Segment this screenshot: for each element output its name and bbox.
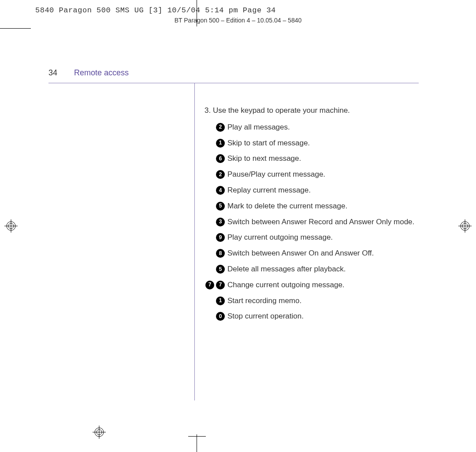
registration-mark-icon [4,219,18,233]
crop-mark [197,434,197,452]
keypad-instruction-text: Play all messages. [227,122,419,133]
crop-mark [188,436,206,437]
key-icons-group: 2 [214,122,225,132]
registration-mark-icon [93,426,106,439]
print-slug-header: 5840 Paragon 500 SMS UG [3] 10/5/04 5:14… [35,6,276,15]
keypad-instruction-text: Start recording memo. [227,296,419,306]
page-header: 34 Remote access [48,68,419,83]
keypad-instruction-row: 0Stop current operation. [205,311,419,322]
keypad-instruction-row: 77Change current outgoing message. [205,280,419,290]
keypad-instructions-list: 2Play all messages.1Skip to start of mes… [205,122,419,322]
keypad-instruction-row: 6Skip to next message. [205,153,419,164]
key-icons-group: 5 [214,201,225,211]
page-content: 34 Remote access 3. Use the keypad to op… [48,68,419,400]
keypad-instruction-row: 2Pause/Play current message. [205,169,419,180]
keypad-key-icon: 7 [216,281,225,289]
keypad-instruction-text: Stop current operation. [227,311,419,322]
key-icons-group: 1 [214,138,225,148]
keypad-key-icon: 1 [216,296,225,305]
keypad-key-icon: 5 [216,265,225,274]
key-icons-group: 1 [214,296,225,305]
registration-mark-icon [458,219,472,233]
keypad-instruction-text: Switch between Answer Record and Answer … [227,217,419,227]
keypad-instruction-text: Play current outgoing message. [227,232,419,243]
keypad-instruction-text: Change current outgoing message. [227,280,419,290]
key-icons-group: 77 [204,280,225,289]
keypad-instruction-row: 1Skip to start of message. [205,138,419,148]
keypad-instruction-text: Replay current message. [227,185,419,196]
content-columns: 3. Use the keypad to operate your machin… [48,83,419,400]
key-icons-group: 3 [214,217,225,226]
keypad-instruction-row: 3Switch between Answer Record and Answer… [205,217,419,227]
crop-mark [197,0,197,26]
section-title: Remote access [74,68,129,78]
keypad-instruction-text: Switch between Answer On and Answer Off. [227,248,419,259]
keypad-instruction-row: 8Switch between Answer On and Answer Off… [205,248,419,259]
keypad-instruction-text: Skip to next message. [227,153,419,164]
keypad-key-icon: 5 [216,202,225,211]
crop-mark [0,28,31,29]
keypad-key-icon: 7 [205,281,214,289]
keypad-key-icon: 9 [216,233,225,242]
key-icons-group: 5 [214,264,225,274]
keypad-instruction-row: 5Delete all messages after playback. [205,264,419,274]
keypad-key-icon: 1 [216,139,225,148]
keypad-key-icon: 3 [216,218,225,226]
print-slug-subheader: BT Paragon 500 – Edition 4 – 10.05.04 – … [0,17,476,24]
page-number: 34 [48,68,74,78]
keypad-key-icon: 4 [216,186,225,195]
keypad-instruction-row: 2Play all messages. [205,122,419,133]
key-icons-group: 4 [214,185,225,195]
key-icons-group: 2 [214,169,225,179]
left-column [48,83,195,400]
keypad-instruction-row: 9Play current outgoing message. [205,232,419,243]
keypad-instruction-text: Pause/Play current message. [227,169,419,180]
key-icons-group: 0 [214,311,225,321]
keypad-instruction-text: Mark to delete the current message. [227,201,419,211]
right-column: 3. Use the keypad to operate your machin… [195,83,419,400]
key-icons-group: 8 [214,248,225,258]
keypad-key-icon: 2 [216,123,225,132]
keypad-instruction-row: 1Start recording memo. [205,296,419,306]
keypad-key-icon: 6 [216,154,225,163]
keypad-key-icon: 8 [216,249,225,258]
keypad-instruction-row: 4Replay current message. [205,185,419,196]
keypad-instruction-text: Skip to start of message. [227,138,419,148]
keypad-key-icon: 0 [216,312,225,321]
keypad-key-icon: 2 [216,170,225,179]
keypad-instruction-row: 5Mark to delete the current message. [205,201,419,211]
key-icons-group: 9 [214,232,225,242]
instruction-intro: 3. Use the keypad to operate your machin… [205,105,419,116]
key-icons-group: 6 [214,153,225,163]
keypad-instruction-text: Delete all messages after playback. [227,264,419,274]
